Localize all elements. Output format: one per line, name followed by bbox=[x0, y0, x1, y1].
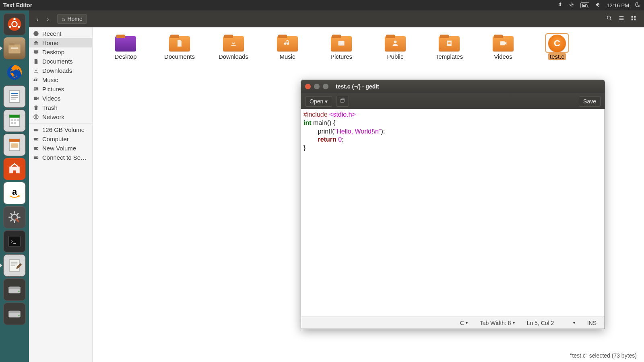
places-vol126[interactable]: 126 GB Volume bbox=[29, 125, 92, 134]
file-documents[interactable]: Documents bbox=[158, 35, 201, 60]
file-downloads[interactable]: Downloads bbox=[212, 35, 255, 60]
svg-rect-10 bbox=[11, 93, 18, 94]
places-label: Connect to Se… bbox=[42, 154, 87, 161]
launcher-writer[interactable] bbox=[3, 85, 26, 108]
save-button[interactable]: Save bbox=[579, 96, 601, 107]
sound-icon[interactable] bbox=[595, 2, 601, 9]
svg-point-56 bbox=[37, 148, 38, 149]
places-newvol[interactable]: New Volume bbox=[29, 144, 92, 153]
places-network[interactable]: Network bbox=[29, 112, 92, 121]
svg-point-52 bbox=[37, 130, 38, 130]
launcher-drive2[interactable] bbox=[3, 302, 26, 325]
svg-rect-12 bbox=[11, 97, 18, 98]
places-label: Trash bbox=[42, 104, 58, 111]
svg-rect-24 bbox=[13, 171, 16, 173]
maximize-icon[interactable] bbox=[323, 84, 328, 89]
file-label: Public bbox=[387, 53, 404, 60]
svg-rect-18 bbox=[17, 119, 19, 121]
file-templates[interactable]: Templates bbox=[427, 35, 471, 60]
grid-view-icon[interactable] bbox=[630, 15, 637, 23]
svg-rect-7 bbox=[11, 47, 18, 49]
gedit-title: test.c (~/) - gedit bbox=[336, 83, 379, 90]
folder-icon bbox=[115, 35, 136, 51]
places-home[interactable]: Home bbox=[29, 38, 92, 47]
file-music[interactable]: Music bbox=[266, 35, 309, 60]
launcher-settings[interactable] bbox=[3, 206, 26, 228]
minimize-icon[interactable] bbox=[314, 84, 320, 89]
svg-rect-11 bbox=[11, 95, 18, 96]
places-documents[interactable]: Documents bbox=[29, 57, 92, 66]
new-tab-button[interactable] bbox=[336, 96, 349, 107]
svg-rect-5 bbox=[8, 45, 20, 53]
svg-text:>_: >_ bbox=[11, 239, 16, 244]
launcher-calc[interactable] bbox=[3, 109, 26, 132]
svg-rect-64 bbox=[448, 43, 451, 44]
places-label: Computer bbox=[42, 136, 69, 142]
clock[interactable]: 12:16 PM bbox=[607, 2, 629, 8]
file-desktop[interactable]: Desktop bbox=[104, 35, 147, 60]
gedit-tabwidth[interactable]: Tab Width: 8▾ bbox=[480, 320, 515, 326]
launcher-gedit[interactable] bbox=[3, 254, 26, 277]
file-videos[interactable]: Videos bbox=[481, 35, 525, 60]
places-connect[interactable]: Connect to Se… bbox=[29, 153, 92, 162]
file-label: Videos bbox=[494, 53, 512, 60]
launcher-dash[interactable] bbox=[3, 13, 26, 35]
places-videos[interactable]: Videos bbox=[29, 94, 92, 103]
bluetooth-icon[interactable] bbox=[557, 2, 563, 9]
breadcrumb-label: Home bbox=[67, 16, 82, 22]
places-label: Recent bbox=[42, 30, 62, 37]
launcher-firefox[interactable] bbox=[3, 61, 26, 84]
places-label: Documents bbox=[42, 58, 73, 65]
svg-rect-23 bbox=[11, 143, 18, 148]
folder-icon bbox=[331, 35, 352, 51]
places-downloads[interactable]: Downloads bbox=[29, 66, 92, 75]
places-pictures[interactable]: Pictures bbox=[29, 84, 92, 94]
launcher-drive1[interactable] bbox=[3, 278, 26, 301]
file-public[interactable]: Public bbox=[374, 35, 417, 60]
launcher-files[interactable] bbox=[3, 37, 26, 60]
list-view-icon[interactable] bbox=[618, 15, 625, 23]
places-trash[interactable]: Trash bbox=[29, 103, 92, 112]
close-icon[interactable] bbox=[305, 84, 311, 89]
file-testc[interactable]: Ctest.c bbox=[535, 35, 579, 60]
places-music[interactable]: Music bbox=[29, 75, 92, 84]
places-recent[interactable]: Recent bbox=[29, 29, 92, 38]
gedit-cursor-pos[interactable]: Ln 5, Col 2▾ bbox=[527, 320, 575, 326]
launcher-impress[interactable] bbox=[3, 134, 26, 156]
places-desktop[interactable]: Desktop bbox=[29, 47, 92, 57]
places-label: Downloads bbox=[42, 67, 72, 74]
gedit-statusbar: C▾ Tab Width: 8▾ Ln 5, Col 2▾ INS bbox=[301, 317, 605, 329]
file-pictures[interactable]: Pictures bbox=[320, 35, 363, 60]
breadcrumb-home[interactable]: ⌂ Home bbox=[57, 14, 87, 24]
places-computer[interactable]: Computer bbox=[29, 134, 92, 144]
svg-point-39 bbox=[18, 315, 20, 317]
launcher-amazon[interactable]: a bbox=[3, 182, 26, 204]
search-icon[interactable] bbox=[606, 15, 613, 23]
forward-button[interactable]: › bbox=[43, 14, 53, 24]
back-button[interactable]: ‹ bbox=[32, 14, 43, 24]
network-icon[interactable] bbox=[569, 2, 575, 9]
files-toolbar: ‹ › ⌂ Home bbox=[29, 10, 644, 27]
places-label: Videos bbox=[42, 95, 61, 102]
gedit-titlebar[interactable]: test.c (~/) - gedit bbox=[301, 80, 605, 93]
gedit-ins[interactable]: INS bbox=[587, 320, 597, 326]
svg-point-4 bbox=[18, 26, 20, 28]
svg-rect-41 bbox=[632, 16, 633, 18]
file-label: Desktop bbox=[114, 53, 136, 60]
svg-point-2 bbox=[13, 18, 16, 20]
svg-rect-45 bbox=[34, 50, 38, 53]
gedit-editor[interactable]: #include <stdio.h> int main() { printf("… bbox=[301, 109, 605, 317]
menubar: Text Editor En 12:16 PM bbox=[0, 0, 644, 10]
session-icon[interactable] bbox=[635, 2, 641, 9]
open-button[interactable]: Open ▾ bbox=[305, 96, 332, 107]
svg-rect-44 bbox=[634, 19, 636, 20]
launcher-terminal[interactable]: >_ bbox=[3, 230, 26, 253]
keyboard-lang-indicator[interactable]: En bbox=[580, 2, 589, 8]
gedit-lang[interactable]: C▾ bbox=[460, 320, 468, 326]
svg-point-58 bbox=[37, 157, 38, 158]
svg-point-3 bbox=[9, 26, 11, 28]
svg-rect-35 bbox=[8, 287, 20, 289]
gedit-toolbar: Open ▾ Save bbox=[301, 93, 605, 109]
launcher-software[interactable] bbox=[3, 158, 26, 180]
places-label: Desktop bbox=[42, 49, 64, 56]
